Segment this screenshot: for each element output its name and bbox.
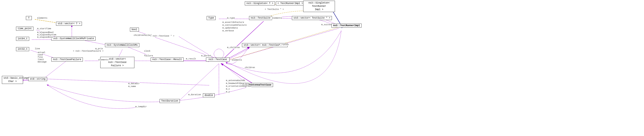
label-m-tempDir: m_tempDir xyxy=(135,106,147,108)
label-m-elapsedUser: m_elapsedUser xyxy=(37,36,54,38)
label-elements-vec: elements xyxy=(98,59,108,61)
label-m-elapsedSystem: m_elapsedSystem xyxy=(37,34,56,36)
node-TestDuration: TestDuration xyxy=(160,99,180,103)
label-m-runner: m_runner xyxy=(279,44,289,46)
label-m-type: m_type xyxy=(227,17,235,19)
label-ns3testcase: < ns3::TestCase * > xyxy=(150,35,174,37)
node-TestCaseResult: ns3::TestCase::Result xyxy=(151,58,184,62)
node-std-vector-T: std::vector< T > xyxy=(56,22,82,26)
label-elements-tc: elements xyxy=(232,59,242,61)
label-m-priv: m_priv xyxy=(95,48,103,50)
node-T: T xyxy=(26,16,32,20)
diagram-container: T time_point int64_t int32_t std::basic_… xyxy=(0,0,644,136)
label-file: file xyxy=(38,56,43,58)
label-elements-suite: elements xyxy=(272,17,282,19)
label-actual: actual xyxy=(38,51,45,54)
diagram-arrows xyxy=(0,0,644,136)
label-testcasefailure-template: < ns3::TestCaseFailure > xyxy=(73,50,104,52)
label-children: children xyxy=(245,66,255,69)
label-m-startTime: m_startTime xyxy=(37,28,51,30)
label-m-orientationDegrees: m_orientationDegrees xyxy=(226,85,252,87)
label-m-updateData: m_updateData xyxy=(222,27,238,29)
label-m-duration: m_duration xyxy=(188,94,201,96)
label-m-result: m_result xyxy=(186,58,196,60)
node-time_point: time_point xyxy=(16,27,34,31)
label-elements-T: elements xyxy=(37,17,47,19)
node-int32_t: int32_t xyxy=(16,47,29,51)
label-message: message xyxy=(38,61,46,63)
node-bool: bool xyxy=(130,28,139,32)
label-m-continueOnFailure: m_continueOnFailure xyxy=(222,24,247,26)
label-failure: failure xyxy=(144,55,153,57)
node-double: double xyxy=(203,93,215,97)
node-Type: Type xyxy=(207,16,216,20)
node-std-basic-string: std::basic_string<Char > xyxy=(2,76,23,84)
label-m-parent: m_parent xyxy=(201,55,211,57)
node-int64_t: int64_t xyxy=(16,37,29,41)
node-std-string: std::string xyxy=(28,77,47,81)
node-TestCase: ns3::TestCase xyxy=(206,58,230,62)
label-m-beamwidthDegrees: m_beamwidthDegrees xyxy=(226,82,249,85)
node-Singleton-TestRunner: ns3::Singleton< TestRunnerImpl > xyxy=(303,1,335,12)
label-m-name: m_name xyxy=(128,85,136,88)
label-m-x: m_x xyxy=(226,88,230,90)
node-Singleton-T: ns3::Singleton< T > xyxy=(245,2,275,6)
label-m-suites: m_suites xyxy=(321,24,332,26)
label-m-assertOnFailure: m_assertOnFailure xyxy=(222,21,244,24)
svg-line-14 xyxy=(228,47,250,58)
node-SystemWallClockMsPrivate: ns3::SystemWallClockMsPrivate xyxy=(51,37,96,41)
label-limit: limit xyxy=(38,58,44,61)
svg-line-5 xyxy=(45,61,66,78)
label-clock: clock xyxy=(144,50,150,52)
label-m-antennaGainDb: m_antennaGainDb xyxy=(226,79,245,82)
label-testsuite-template: < TestSuite * > xyxy=(265,8,284,11)
node-TestRunnerImpl: ns3::TestRunnerImpl xyxy=(332,24,362,28)
label-cond: cond xyxy=(38,54,43,56)
node-TestSuite: ns3::TestSuite xyxy=(249,16,272,20)
node-SystemWallClockMs: ns3::SystemWallClockMs xyxy=(105,43,139,47)
node-TestRunnerImpl-template: < TestRunnerImpl > xyxy=(276,2,304,6)
label-m-elapsedReal: m_elapsedReal xyxy=(37,31,54,34)
label-m-dataDir: m_dataDir xyxy=(128,82,140,85)
label-m-children: m_children xyxy=(227,46,240,49)
node-TestCaseFailure: ns3::TestCaseFailure xyxy=(51,58,83,62)
label-m-verbose: m_verbose xyxy=(222,30,234,32)
label-line: line xyxy=(35,48,40,50)
label-m-y: m_y xyxy=(226,91,230,93)
label-childrenFailed: childrenFailed xyxy=(134,34,152,37)
node-std-vector-testsuite: std::vector< TestSuite * > xyxy=(292,16,332,20)
